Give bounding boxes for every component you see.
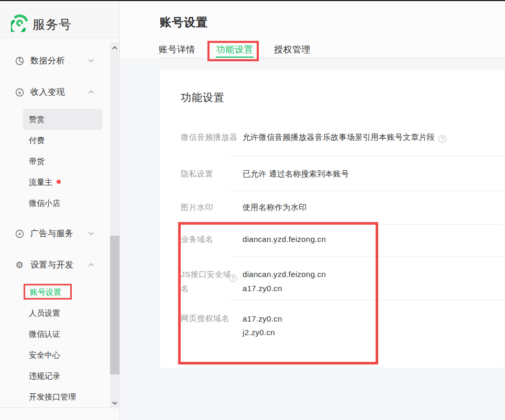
help-icon[interactable]: ? [229,274,237,282]
tab-feature-settings[interactable]: 功能设置 [216,44,253,58]
sidebar-item-paid-content[interactable]: 付费 [29,134,45,147]
sidebar-item-data-analysis[interactable]: 数据分析 [15,54,94,67]
panel-heading: 功能设置 [181,91,225,105]
sidebar-item-income[interactable]: ¥ 收入变现 [15,86,94,98]
row-value-business-domain: diancan.yzd.feizong.cn [243,233,326,246]
yen-circle-icon: ¥ [15,87,24,97]
scrollbar-thumb[interactable] [110,236,119,374]
notification-dot [57,180,61,184]
sidebar-item-label: 设置与开发 [30,260,74,271]
sidebar-item-label: 广告与服务 [30,228,74,239]
app-window: 服务号 数据分析 ¥ 收入变现 赞赏 付费 带货 流量主 微信小店 [0,0,505,420]
service-account-logo-icon [11,14,29,32]
tab-authorization-management[interactable]: 授权管理 [274,44,311,58]
sidebar-item-label: 数据分析 [30,56,65,67]
row-value-js-safe-domain: diancan.yzd.feizong.cn a17.zy0.cn [243,267,326,295]
sidebar-item-security-center[interactable]: 安全中心 [29,349,60,361]
gear-icon: ⚙ [15,260,24,270]
sidebar-item-settings-dev[interactable]: ⚙ 设置与开发 [15,259,94,271]
row-divider [229,256,503,257]
sidebar-item-wechat-store[interactable]: 微信小店 [29,197,60,209]
scroll-down-icon[interactable] [110,398,119,407]
row-label-business-domain: 业务域名 [181,233,213,246]
sidebar-item-account-settings[interactable]: 账号设置 [30,286,61,299]
chevron-down-icon [88,231,94,236]
sidebar-item-label: 收入变现 [30,87,65,98]
sidebar-item-label: 微信认证 [29,329,60,338]
sidebar-item-ads-services[interactable]: 广告与服务 [15,227,94,240]
tab-account-details[interactable]: 账号详情 [159,44,195,58]
tab-bar-divider [160,58,505,58]
help-icon[interactable]: ? [438,135,446,143]
row-divider [229,156,503,156]
row-divider [229,224,503,225]
sidebar-item-label: 付费 [29,136,45,145]
tab-bar: 账号详情 功能设置 授权管理 [159,44,311,58]
sidebar-item-label: 账号设置 [30,288,61,296]
sidebar-bottom-divider [0,407,119,408]
chevron-up-icon [88,263,94,267]
row-label-js-safe-domain: JS接口安全域名 [181,267,232,295]
sidebar-scrollbar[interactable] [110,42,119,408]
page-title: 账号设置 [160,15,208,30]
row-label-image-watermark: 图片水印 [181,201,213,214]
chevron-down-icon [88,59,94,63]
sidebar-item-goods[interactable]: 带货 [29,155,45,168]
row-divider [229,300,503,301]
row-label-oauth-domain: 网页授权域名 [181,312,229,325]
svg-text:¥: ¥ [17,90,21,95]
row-label-privacy: 隐私设置 [181,168,213,180]
chevron-up-icon [88,90,94,94]
sidebar-item-label: 人员设置 [29,308,60,317]
sidebar-item-wechat-verification[interactable]: 微信认证 [29,328,60,340]
row-value-oauth-domain: a17.zy0.cn j2.zy0.cn [243,312,282,339]
sidebar-item-label: 微信小店 [29,198,60,207]
scroll-up-icon[interactable] [110,43,119,52]
row-label-audio-player: 微信音频播放器 [181,131,238,143]
pie-chart-icon [15,56,24,65]
sidebar-item-label: 违规记录 [29,371,60,380]
sidebar-item-label: 流量主 [29,178,52,186]
row-value-audio-player: 允许微信音频播放器音乐故事场景引用本账号文章片段? [243,131,446,143]
sidebar-item-label: 安全中心 [29,350,60,359]
sidebar-item-label: 开发接口管理 [29,392,76,401]
sidebar-item-violation-records[interactable]: 违规记录 [29,370,60,382]
row-divider [229,191,503,191]
row-value-image-watermark: 使用名称作为水印 [243,201,306,214]
app-logo-title: 服务号 [32,16,72,33]
sidebar-item-traffic-master[interactable]: 流量主 [29,176,61,189]
compass-icon [15,229,24,238]
sidebar-item-reward[interactable]: 赞赏 [23,109,102,130]
sidebar-item-label: 赞赏 [23,115,45,124]
sidebar-item-staff-settings[interactable]: 人员设置 [29,307,60,319]
row-value-privacy: 已允许 通过名称搜索到本账号 [243,168,349,180]
sidebar-item-dev-api-management[interactable]: 开发接口管理 [29,391,76,403]
sidebar-item-label: 带货 [29,157,45,165]
